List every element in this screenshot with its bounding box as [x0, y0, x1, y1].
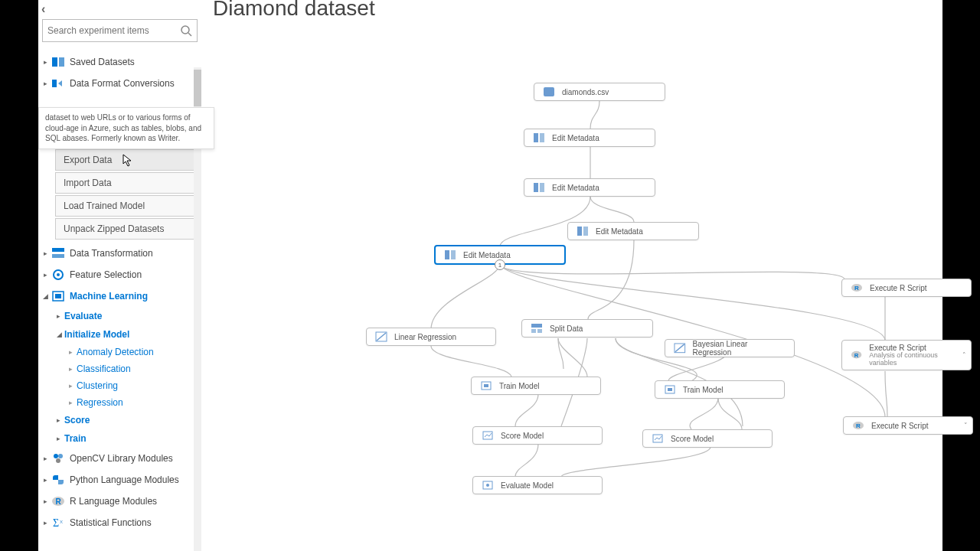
tree-category-opencv[interactable]: ▸ OpenCV Library Modules [38, 448, 201, 469]
expand-icon: ▸ [57, 416, 64, 424]
expand-icon: ▸ [69, 382, 77, 390]
search-input[interactable] [47, 25, 180, 36]
stats-icon: Σx [51, 516, 66, 530]
node-score-model-1[interactable]: Score Model [472, 426, 603, 445]
tree-category-r[interactable]: ▸ R R Language Modules [38, 491, 201, 512]
ml-anomaly[interactable]: ▸Anomaly Detection [67, 344, 201, 360]
expand-icon: ▸ [69, 365, 77, 373]
score-icon [651, 432, 665, 445]
ml-evaluate[interactable]: ▸Evaluate [55, 307, 201, 325]
split-icon [530, 322, 544, 334]
expand-icon: ▸ [41, 58, 49, 66]
node-bayesian-regression[interactable]: Bayesian Linear Regression [665, 339, 795, 357]
svg-line-33 [675, 344, 684, 352]
node-execute-r-3[interactable]: R Execute R Script ˅ [843, 416, 973, 435]
svg-rect-28 [531, 329, 536, 333]
search-box[interactable] [42, 19, 198, 42]
module-load-trained-model[interactable]: Load Trained Model⋮ [55, 195, 201, 217]
svg-rect-10 [55, 294, 61, 298]
tree-category-saved-datasets[interactable]: ▸ Saved Datasets [38, 51, 201, 73]
node-linear-regression[interactable]: Linear Regression [366, 328, 496, 346]
node-train-model-1[interactable]: Train Model [471, 377, 601, 395]
node-edit-metadata-2[interactable]: Edit Metadata [524, 178, 655, 197]
metadata-icon [532, 181, 546, 194]
node-execute-r-1[interactable]: R Execute R Script [841, 279, 972, 297]
expand-icon: ▸ [41, 80, 49, 87]
tree-category-statistical[interactable]: ▸ Σx Statistical Functions [38, 512, 201, 533]
node-diamonds-csv[interactable]: diamonds.csv [534, 83, 665, 101]
svg-rect-26 [451, 250, 456, 259]
svg-rect-3 [59, 57, 64, 67]
chevron-down-icon[interactable]: ˅ [964, 422, 968, 429]
tree-category-feature-selection[interactable]: ▸ Feature Selection [38, 264, 201, 285]
train-icon [663, 383, 677, 396]
opencv-icon [51, 452, 66, 465]
ml-initialize-model[interactable]: ◢Initialize Model [55, 325, 201, 344]
svg-point-0 [181, 26, 189, 34]
svg-text:Σ: Σ [53, 517, 59, 529]
node-edit-metadata-3[interactable]: Edit Metadata [567, 222, 699, 240]
search-icon[interactable] [180, 24, 192, 37]
experiment-canvas[interactable]: Diamond dataset [201, 0, 942, 551]
feature-icon [51, 268, 66, 282]
ml-classification[interactable]: ▸Classification [67, 360, 201, 377]
expand-icon: ▸ [57, 312, 64, 320]
dataset-icon [542, 86, 556, 98]
node-score-model-2[interactable]: Score Model [642, 429, 773, 448]
module-unpack-zipped[interactable]: Unpack Zipped Datasets⋮ [55, 218, 201, 240]
page-title: Diamond dataset [213, 0, 375, 21]
tooltip: dataset to web URLs or to various forms … [38, 107, 214, 149]
ml-regression[interactable]: ▸Regression [67, 394, 201, 411]
svg-rect-22 [540, 183, 544, 192]
node-edit-metadata-4[interactable]: Edit Metadata 1 [434, 245, 566, 265]
svg-rect-4 [52, 80, 57, 87]
tree-category-data-transformation[interactable]: ▸ Data Transformation [38, 243, 201, 264]
r-script-icon: R [850, 282, 864, 294]
expand-icon: ▸ [41, 271, 49, 279]
module-import-data[interactable]: Import Data⋮ [55, 172, 201, 194]
svg-rect-27 [531, 324, 542, 328]
svg-point-8 [57, 273, 60, 276]
tree-category-python[interactable]: ▸ Python Language Modules [38, 469, 201, 491]
tree-category-data-format[interactable]: ▸ Data Format Conversions [38, 73, 201, 94]
node-train-model-2[interactable]: Train Model [655, 380, 785, 399]
collapse-icon: ◢ [57, 331, 64, 338]
node-evaluate-model[interactable]: Evaluate Model [472, 476, 603, 494]
svg-rect-24 [583, 227, 588, 236]
tree-category-machine-learning[interactable]: ◢ Machine Learning [38, 285, 201, 307]
back-button[interactable]: ‹ [41, 2, 45, 16]
scrollbar-thumb[interactable] [194, 70, 201, 106]
node-execute-r-2[interactable]: R Execute R ScriptAnalysis of continuous… [841, 340, 972, 370]
io-subitems: Export Data⋮ Import Data⋮ Load Trained M… [55, 149, 201, 240]
expand-icon: ▸ [41, 476, 49, 484]
metadata-icon [532, 132, 546, 144]
expand-icon: ▸ [41, 249, 49, 257]
expand-icon: ▸ [41, 497, 49, 505]
node-split-data[interactable]: Split Data [521, 319, 653, 337]
ml-clustering[interactable]: ▸Clustering [67, 377, 201, 394]
chevron-up-icon[interactable]: ˄ [962, 351, 966, 359]
svg-rect-18 [544, 87, 554, 96]
module-export-data[interactable]: Export Data⋮ [55, 149, 201, 171]
expand-icon: ▸ [69, 348, 77, 356]
node-edit-metadata-1[interactable]: Edit Metadata [524, 129, 655, 147]
ml-icon [51, 289, 66, 303]
svg-rect-41 [484, 384, 488, 387]
svg-point-47 [486, 484, 489, 487]
svg-rect-23 [577, 227, 582, 236]
svg-text:x: x [60, 518, 63, 525]
transform-icon [51, 246, 66, 260]
svg-rect-43 [668, 388, 672, 391]
svg-rect-25 [445, 250, 449, 259]
svg-rect-21 [534, 183, 538, 192]
convert-icon [51, 77, 66, 90]
svg-text:R: R [55, 497, 61, 506]
ml-train[interactable]: ▸Train [55, 429, 201, 448]
metadata-icon [576, 225, 590, 237]
score-icon [481, 429, 495, 442]
ml-score[interactable]: ▸Score [55, 411, 201, 429]
evaluate-icon [481, 479, 495, 491]
expand-icon: ▸ [57, 435, 64, 442]
port-badge: 1 [495, 259, 505, 270]
svg-rect-20 [540, 133, 544, 142]
